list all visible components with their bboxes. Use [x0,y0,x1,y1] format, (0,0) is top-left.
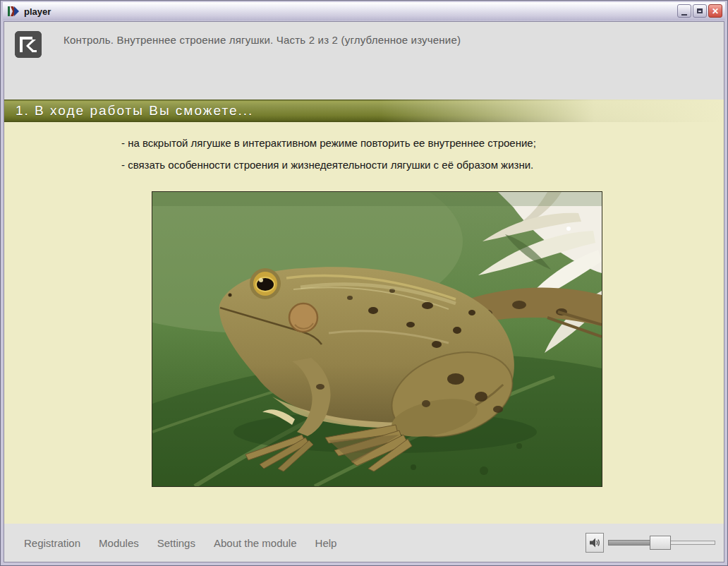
minimize-icon [681,14,687,16]
volume-fill [608,540,653,546]
footer-menu: Registration Modules Settings About the … [24,524,336,562]
menu-item-about[interactable]: About the module [214,537,297,549]
volume-control [586,524,715,562]
menu-item-help[interactable]: Help [315,537,337,549]
maximize-button[interactable] [693,4,707,18]
close-button[interactable]: ✕ [708,4,722,18]
menu-item-modules[interactable]: Modules [99,537,139,549]
maximize-icon [697,8,703,13]
titlebar: player ✕ [3,2,725,20]
objective-item: - связать особенности строения и жизнеде… [121,154,536,176]
speaker-icon [588,536,601,549]
volume-slider-thumb[interactable] [650,536,671,550]
window-title: player [24,6,51,17]
mute-button[interactable] [586,533,604,553]
app-icon [7,6,20,17]
header: Контроль. Внутреннее строение лягушки. Ч… [4,22,724,100]
publisher-logo-icon [15,31,42,58]
objectives-list: - на вскрытой лягушке в интерактивном ре… [121,132,536,176]
section-header-bar: 1. В ходе работы Вы сможете... [4,100,724,122]
section-title: 1. В ходе работы Вы сможете... [4,103,253,119]
objective-item: - на вскрытой лягушке в интерактивном ре… [121,132,536,154]
menu-item-registration[interactable]: Registration [24,537,80,549]
volume-slider[interactable] [608,535,715,550]
module-title: Контроль. Внутреннее строение лягушки. Ч… [63,34,461,46]
app-area: Контроль. Внутреннее строение лягушки. Ч… [4,21,724,562]
frog-photo [152,191,602,487]
close-icon: ✕ [712,7,719,16]
footer: Registration Modules Settings About the … [4,524,724,562]
content-area: - на вскрытой лягушке в интерактивном ре… [4,122,724,526]
player-window: player ✕ Контроль. Внутреннее строение л… [0,0,728,566]
minimize-button[interactable] [677,4,691,18]
menu-item-settings[interactable]: Settings [157,537,195,549]
